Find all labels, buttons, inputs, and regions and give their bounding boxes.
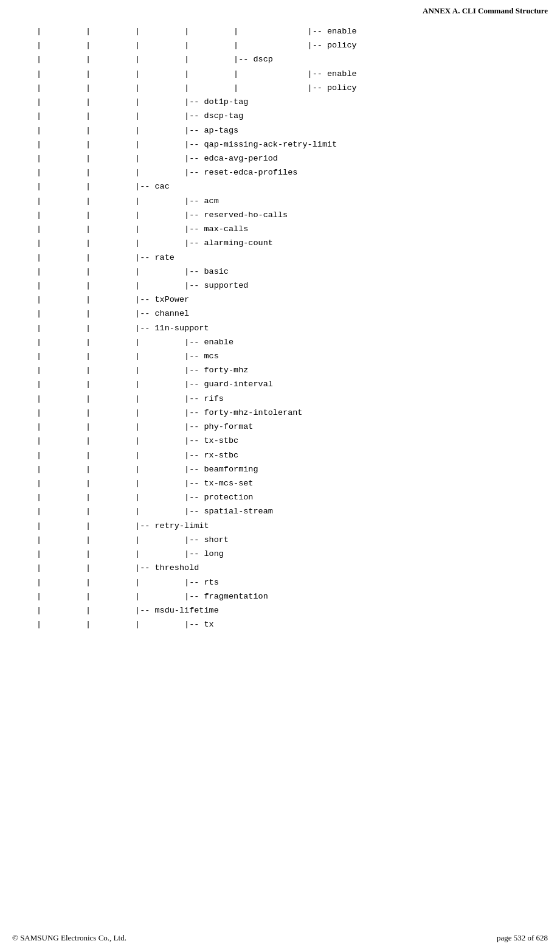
- cli-line: | | |-- rate: [36, 251, 548, 265]
- cli-line: | | | |-- reserved-ho-calls: [36, 208, 548, 222]
- cli-line: | | | |-- tx: [36, 617, 548, 631]
- cli-line: | | | |-- guard-interval: [36, 377, 548, 391]
- cli-line: | | | |-- max-calls: [36, 222, 548, 236]
- cli-line: | | | |-- rx-stbc: [36, 448, 548, 462]
- cli-line: | | | |-- basic: [36, 265, 548, 279]
- cli-line: | | | |-- forty-mhz-intolerant: [36, 406, 548, 420]
- cli-line: | | | |-- alarming-count: [36, 236, 548, 250]
- cli-line: | | | |-- acm: [36, 194, 548, 208]
- cli-line: | | | |-- edca-avg-period: [36, 151, 548, 165]
- cli-line: | | | | | |-- enable: [36, 67, 548, 81]
- cli-line: | | | | | |-- policy: [36, 38, 548, 52]
- cli-line: | | |-- 11n-support: [36, 321, 548, 335]
- page-footer: © SAMSUNG Electronics Co., Ltd. page 532…: [0, 933, 560, 943]
- cli-line: | | | |-- ap-tags: [36, 123, 548, 137]
- page-header: ANNEX A. CLI Command Structure: [423, 6, 548, 16]
- cli-line: | | | |-- fragmentation: [36, 589, 548, 603]
- cli-line: | | |-- msdu-lifetime: [36, 603, 548, 617]
- cli-line: | | | |-- rifs: [36, 392, 548, 406]
- cli-line: | | | | | |-- enable: [36, 24, 548, 38]
- cli-line: | | |-- txPower: [36, 293, 548, 307]
- cli-line: | | |-- retry-limit: [36, 519, 548, 533]
- cli-line: | | | |-- tx-stbc: [36, 434, 548, 448]
- cli-line: | | |-- threshold: [36, 561, 548, 575]
- page-number: page 532 of 628: [497, 933, 548, 943]
- cli-line: | | |-- cac: [36, 179, 548, 193]
- cli-line: | | | |-- enable: [36, 335, 548, 349]
- cli-line: | | | |-- reset-edca-profiles: [36, 165, 548, 179]
- cli-line: | | | |-- beamforming: [36, 462, 548, 476]
- cli-content: | | | | | |-- enable| | | | | |-- policy…: [36, 24, 548, 922]
- cli-line: | | | |-- phy-format: [36, 420, 548, 434]
- cli-line: | | | |-- short: [36, 533, 548, 547]
- cli-line: | | | |-- rts: [36, 575, 548, 589]
- cli-line: | | | |-- protection: [36, 490, 548, 504]
- cli-line: | | | |-- dscp-tag: [36, 109, 548, 123]
- cli-line: | | | |-- long: [36, 547, 548, 561]
- cli-line: | | | | |-- dscp: [36, 52, 548, 66]
- cli-line: | | | |-- qap-missing-ack-retry-limit: [36, 137, 548, 151]
- cli-line: | | | |-- tx-mcs-set: [36, 476, 548, 490]
- cli-line: | | | |-- supported: [36, 279, 548, 293]
- cli-line: | | |-- channel: [36, 307, 548, 321]
- copyright-text: © SAMSUNG Electronics Co., Ltd.: [12, 933, 126, 943]
- cli-line: | | | |-- spatial-stream: [36, 504, 548, 518]
- cli-line: | | | | | |-- policy: [36, 81, 548, 95]
- cli-line: | | | |-- forty-mhz: [36, 363, 548, 377]
- cli-line: | | | |-- dot1p-tag: [36, 95, 548, 109]
- cli-line: | | | |-- mcs: [36, 349, 548, 363]
